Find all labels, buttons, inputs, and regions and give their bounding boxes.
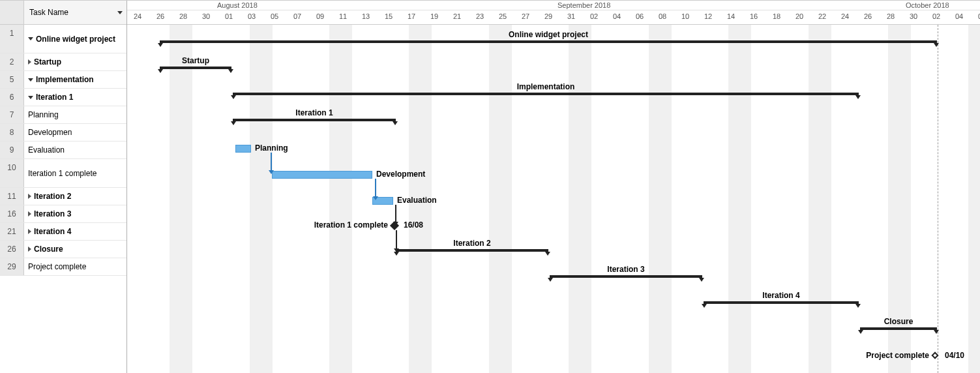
dependency-line (375, 179, 376, 197)
row-number[interactable]: 21 (0, 223, 24, 240)
gantt-body[interactable]: Online widget projectStartupImplementati… (127, 25, 980, 373)
day-tick: 27 (522, 12, 529, 20)
today-line (938, 25, 938, 373)
task-cell[interactable]: Startup (24, 53, 126, 70)
day-tick: 06 (636, 12, 644, 20)
task-row[interactable]: 29Project complete (0, 258, 126, 276)
weekend-band (329, 25, 352, 373)
row-number[interactable]: 29 (0, 258, 24, 275)
task-cell[interactable]: Closure (24, 241, 126, 258)
dependency-line (396, 230, 397, 249)
expand-icon[interactable] (28, 229, 31, 234)
development-task-bar[interactable] (272, 171, 372, 179)
row-number[interactable]: 26 (0, 241, 24, 258)
day-tick: 28 (179, 12, 187, 20)
weekend-band (569, 25, 591, 373)
weekend-band (170, 25, 192, 373)
dropdown-icon[interactable] (117, 11, 123, 14)
row-number[interactable]: 10 (0, 159, 24, 187)
task-cell[interactable]: Project complete (24, 258, 126, 275)
day-tick: 10 (681, 12, 689, 20)
task-cell[interactable]: Online widget project (24, 25, 126, 53)
iteration-4-label: Iteration 4 (762, 291, 799, 300)
task-cell[interactable]: Iteration 4 (24, 223, 126, 240)
task-row[interactable]: 8Developmen (0, 124, 126, 142)
task-label: Implementation (36, 75, 94, 84)
iteration-2-summary-bar[interactable] (396, 249, 548, 254)
day-tick: 24 (841, 12, 849, 20)
row-number[interactable]: 5 (0, 71, 24, 88)
task-name-column-header[interactable]: Task Name (24, 1, 126, 24)
collapse-icon[interactable] (28, 96, 33, 99)
expand-icon[interactable] (28, 194, 31, 199)
row-number[interactable]: 2 (0, 53, 24, 70)
row-number[interactable]: 16 (0, 205, 24, 222)
implementation-summary-bar[interactable] (233, 93, 859, 98)
task-label: Online widget project (36, 35, 115, 44)
task-cell[interactable]: Iteration 1 complete (24, 159, 126, 187)
task-label: Closure (34, 245, 63, 254)
col-label: Task Name (29, 8, 68, 17)
iteration-2-label: Iteration 2 (453, 239, 490, 248)
task-row[interactable]: 9Evaluation (0, 142, 126, 159)
gantt-app: Task Name 1Online widget project2Startup… (0, 0, 980, 373)
expand-icon[interactable] (28, 246, 31, 252)
row-number[interactable]: 7 (0, 106, 24, 123)
expand-icon[interactable] (28, 59, 31, 65)
task-label: Startup (34, 57, 61, 67)
iteration-1-complete-label: Iteration 1 complete (297, 220, 388, 230)
iteration-4-summary-bar[interactable] (704, 301, 859, 306)
row-number[interactable]: 9 (0, 142, 24, 158)
expand-icon[interactable] (28, 211, 31, 216)
day-tick: 04 (613, 12, 621, 20)
task-row[interactable]: 10Iteration 1 complete (0, 159, 126, 188)
iteration-1-summary-bar[interactable] (233, 119, 396, 124)
closure-summary-bar[interactable] (860, 327, 937, 333)
day-tick: 16 (750, 12, 758, 20)
task-row[interactable]: 6Iteration 1 (0, 89, 126, 106)
planning-task-bar[interactable] (235, 145, 251, 153)
startup-summary-bar[interactable] (160, 67, 231, 72)
collapse-icon[interactable] (28, 37, 33, 40)
task-row[interactable]: 21Iteration 4 (0, 223, 126, 241)
task-cell[interactable]: Implementation (24, 71, 126, 88)
task-row[interactable]: 5Implementation (0, 71, 126, 89)
task-cell[interactable]: Iteration 2 (24, 188, 126, 205)
task-row[interactable]: 2Startup (0, 53, 126, 71)
task-row[interactable]: 11Iteration 2 (0, 188, 126, 205)
day-tick: 23 (476, 12, 484, 20)
task-row[interactable]: 1Online widget project (0, 25, 126, 53)
gantt-panel[interactable]: August 2018September 2018October 2018 24… (127, 1, 980, 373)
task-cell[interactable]: Planning (24, 106, 126, 123)
row-number[interactable]: 6 (0, 89, 24, 106)
task-cell[interactable]: Iteration 3 (24, 205, 126, 222)
dependency-line (395, 205, 396, 222)
task-cell[interactable]: Iteration 1 (24, 89, 126, 106)
day-tick: 21 (453, 12, 461, 20)
timeline-header: August 2018September 2018October 2018 24… (127, 1, 980, 25)
day-tick: 30 (910, 12, 917, 20)
task-cell[interactable]: Developmen (24, 124, 126, 141)
project-summary-bar[interactable] (160, 40, 937, 46)
task-row[interactable]: 16Iteration 3 (0, 205, 126, 223)
iteration-1-complete-date-label: 16/08 (404, 220, 423, 230)
task-label: Iteration 1 (36, 93, 73, 102)
dependency-line (271, 153, 272, 171)
day-tick: 30 (202, 12, 210, 20)
row-number[interactable]: 1 (0, 25, 24, 53)
task-label: Developmen (28, 128, 72, 137)
task-cell[interactable]: Evaluation (24, 142, 126, 158)
row-number[interactable]: 11 (0, 188, 24, 205)
day-tick: 12 (704, 12, 712, 20)
task-label: Planning (28, 110, 59, 119)
weekend-band (968, 25, 980, 373)
row-number[interactable]: 8 (0, 124, 24, 141)
day-tick: 17 (408, 12, 415, 20)
planning-label: Planning (255, 143, 288, 153)
day-tick: 26 (156, 12, 164, 20)
task-row[interactable]: 26Closure (0, 241, 126, 258)
task-row[interactable]: 7Planning (0, 106, 126, 124)
iteration-3-summary-bar[interactable] (550, 275, 702, 280)
row-number-header[interactable] (0, 1, 24, 24)
collapse-icon[interactable] (28, 78, 33, 82)
